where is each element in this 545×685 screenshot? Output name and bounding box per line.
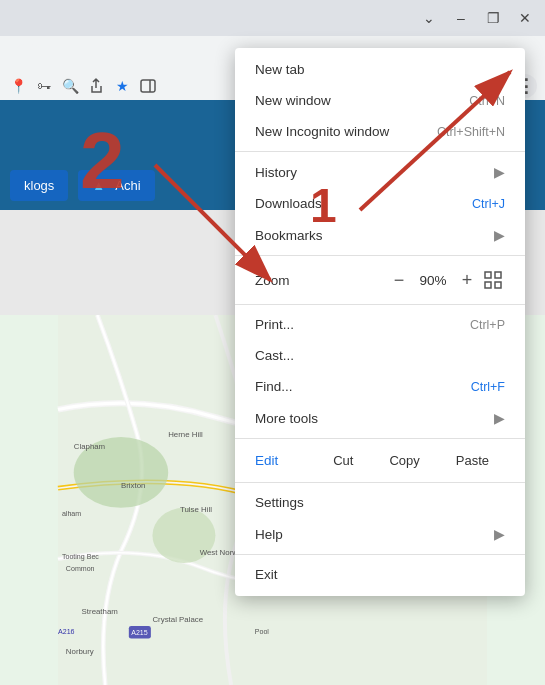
zoom-plus-button[interactable]: + [453, 266, 481, 294]
page-number-2: 2 [80, 115, 125, 207]
menu-item-find[interactable]: Find... Ctrl+F [235, 371, 525, 402]
svg-text:Common: Common [66, 565, 95, 573]
menu-item-help[interactable]: Help ▶ [235, 518, 525, 550]
svg-rect-24 [485, 272, 491, 278]
chevron-right-icon: ▶ [494, 164, 505, 180]
svg-text:Pool: Pool [255, 628, 270, 636]
svg-rect-0 [141, 80, 155, 92]
minimize-button[interactable]: – [449, 6, 473, 30]
svg-rect-27 [495, 282, 501, 288]
svg-text:Streatham: Streatham [82, 607, 119, 616]
copy-button[interactable]: Copy [373, 447, 435, 474]
menu-item-cast[interactable]: Cast... [235, 340, 525, 371]
chevron-right-icon: ▶ [494, 410, 505, 426]
menu-item-new-window[interactable]: New window Ctrl+N [235, 85, 525, 116]
zoom-fullscreen-icon[interactable] [481, 268, 505, 292]
edit-row: Edit Cut Copy Paste [235, 443, 525, 478]
svg-text:alham: alham [62, 510, 81, 518]
cut-button[interactable]: Cut [317, 447, 369, 474]
svg-text:Brixton: Brixton [121, 481, 145, 490]
chevron-down-icon[interactable]: ⌄ [417, 6, 441, 30]
title-bar: ⌄ – ❐ ✕ [0, 0, 545, 36]
svg-text:A215: A215 [131, 629, 148, 637]
separator-2 [235, 255, 525, 256]
menu-item-bookmarks[interactable]: Bookmarks ▶ [235, 219, 525, 251]
klogs-nav-button[interactable]: klogs [10, 170, 68, 201]
active-tab[interactable] [16, 44, 40, 72]
svg-text:Tooting Bec: Tooting Bec [62, 553, 99, 561]
menu-item-downloads[interactable]: Downloads Ctrl+J [235, 188, 525, 219]
menu-item-exit[interactable]: Exit [235, 559, 525, 590]
separator-1 [235, 151, 525, 152]
menu-item-new-tab[interactable]: New tab [235, 54, 525, 85]
zoom-row: Zoom − 90% + [235, 260, 525, 300]
menu-item-settings[interactable]: Settings [235, 487, 525, 518]
zoom-minus-button[interactable]: − [385, 266, 413, 294]
chrome-dropdown-menu: New tab New window Ctrl+N New Incognito … [235, 48, 525, 596]
bookmark-star-icon[interactable]: ★ [112, 76, 132, 96]
svg-text:Herne Hill: Herne Hill [168, 430, 203, 439]
chevron-right-icon: ▶ [494, 526, 505, 542]
menu-item-print[interactable]: Print... Ctrl+P [235, 309, 525, 340]
key-icon[interactable]: 🗝 [34, 76, 54, 96]
restore-button[interactable]: ❐ [481, 6, 505, 30]
chevron-right-icon: ▶ [494, 227, 505, 243]
svg-rect-25 [495, 272, 501, 278]
close-button[interactable]: ✕ [513, 6, 537, 30]
separator-6 [235, 554, 525, 555]
svg-text:Norbury: Norbury [66, 647, 94, 656]
share-icon[interactable] [86, 76, 106, 96]
separator-4 [235, 438, 525, 439]
klogs-label: klogs [24, 178, 54, 193]
separator-5 [235, 482, 525, 483]
location-icon[interactable]: 📍 [8, 76, 28, 96]
zoom-icon[interactable]: 🔍 [60, 76, 80, 96]
svg-text:Crystal Palace: Crystal Palace [152, 615, 203, 624]
separator-3 [235, 304, 525, 305]
svg-text:Clapham: Clapham [74, 442, 106, 451]
sidebar-toggle-icon[interactable] [138, 76, 158, 96]
menu-item-history[interactable]: History ▶ [235, 156, 525, 188]
menu-item-more-tools[interactable]: More tools ▶ [235, 402, 525, 434]
svg-rect-26 [485, 282, 491, 288]
svg-text:A216: A216 [58, 628, 75, 636]
zoom-value: 90% [413, 273, 453, 288]
paste-button[interactable]: Paste [440, 447, 505, 474]
menu-item-new-incognito[interactable]: New Incognito window Ctrl+Shift+N [235, 116, 525, 147]
svg-text:Tulse Hill: Tulse Hill [180, 505, 212, 514]
